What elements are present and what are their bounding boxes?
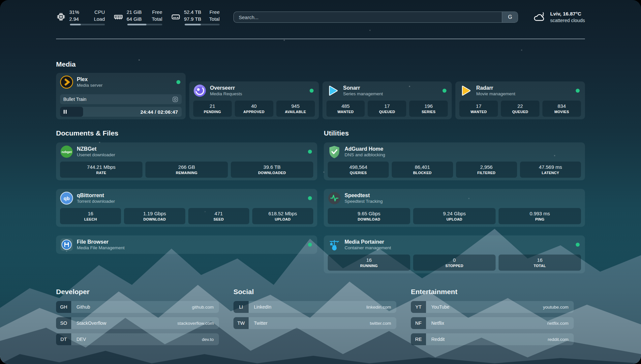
search-provider-button[interactable]: G (502, 12, 518, 22)
status-dot (443, 89, 446, 93)
bookmark-group-developer: Developer GH Githubgithub.com SO StackOv… (56, 288, 219, 349)
disk-progress-fill (185, 24, 201, 25)
speedtest-icon (328, 192, 341, 205)
service-subtitle: Speedtest Tracking (345, 199, 383, 204)
bookmark-youtube[interactable]: YT YouTubeyoutube.com (411, 301, 574, 313)
service-subtitle: DNS and adblocking (345, 152, 385, 158)
stat-block: 40APPROVED (235, 101, 273, 117)
bookmark-name: Netflix (431, 320, 444, 326)
service-name: AdGuard Home (345, 146, 385, 152)
status-dot (576, 89, 580, 93)
disk-icon (171, 12, 181, 22)
now-playing-title: Bullet Train (63, 97, 86, 102)
snow-specks (0, 0, 1, 1)
topbar-separator (56, 39, 585, 39)
weather-condition: scattered clouds (550, 17, 585, 23)
svg-text:qb: qb (64, 196, 70, 201)
stat-block: 16TOTAL (499, 255, 581, 271)
service-subtitle: Series management (343, 91, 383, 97)
service-subtitle: Media File Management (77, 245, 125, 251)
bookmark-dev[interactable]: DT DEVdev.to (56, 333, 219, 345)
stat-block: 16LEECH (60, 208, 121, 224)
bookmark-group-social: Social LI LinkedInlinkedin.com TW Twitte… (233, 288, 396, 349)
bookmark-name: Twitter (254, 320, 267, 326)
svg-text:nzbget: nzbget (62, 150, 72, 154)
stat-block: 16RUNNING (328, 255, 410, 271)
now-playing-row: Bullet Train (60, 94, 182, 104)
bookmark-reddit[interactable]: RE Redditreddit.com (411, 333, 574, 345)
service-name: Overseerr (210, 85, 242, 91)
adguard-card[interactable]: AdGuard Home DNS and adblocking 498,564Q… (324, 142, 585, 180)
qbittorrent-card[interactable]: qb qBittorrent Torrent downloader 16LEEC… (56, 189, 317, 227)
dashboard: 31% 2.94 CPU Load (0, 0, 641, 364)
stat-block: 9.24 GbpsUPLOAD (413, 208, 496, 224)
bookmark-name: LinkedIn (254, 304, 271, 310)
service-subtitle: Torrent downloader (77, 199, 115, 204)
bookmark-github[interactable]: GH Githubgithub.com (56, 301, 219, 313)
disk-labels: Free Total (206, 9, 220, 22)
bookmark-url: github.com (192, 305, 214, 310)
status-dot (576, 243, 580, 247)
bookmark-name: StackOverflow (76, 320, 106, 326)
cpu-values: 31% 2.94 (69, 9, 88, 22)
stat-block: 266 GBREMAINING (145, 162, 228, 178)
bookmark-abbr: LI (233, 301, 249, 313)
filebrowser-card[interactable]: File Browser Media File Management (56, 235, 317, 254)
cpu-progress-fill (70, 24, 81, 25)
status-dot (308, 243, 312, 247)
overseerr-icon (193, 84, 206, 97)
nzbget-card[interactable]: nzbget NZBGet Usenet downloader 744.21 M… (56, 142, 317, 180)
stat-block: 21PENDING (193, 101, 232, 117)
sonarr-card[interactable]: Sonarr Series management 485WANTED 17QUE… (322, 81, 452, 119)
section-heading-entertainment: Entertainment (411, 288, 574, 296)
bookmark-url: twitter.com (370, 321, 391, 326)
speedtest-card[interactable]: Speedtest Speedtest Tracking 9.65 GbpsDO… (324, 189, 585, 227)
service-name: Sonarr (343, 85, 383, 91)
stat-block: 834MOVIES (542, 101, 581, 117)
status-dot (308, 150, 312, 154)
stat-block: 17WANTED (459, 101, 498, 117)
memory-icon (113, 12, 123, 22)
cloud-icon (533, 12, 546, 23)
playback-time: 24:44 / 02:06:47 (140, 109, 178, 115)
service-subtitle: Container management (345, 245, 391, 251)
stat-block: 0.993 msPING (499, 208, 581, 224)
bookmark-stackoverflow[interactable]: SO StackOverflowstackoverflow.com (56, 317, 219, 329)
stat-block: 945AVAILABLE (276, 101, 315, 117)
search-input[interactable] (233, 12, 518, 23)
stat-block: 0STOPPED (413, 255, 496, 271)
service-subtitle: Media server (77, 83, 103, 88)
disk-values: 52.4 TB 97.9 TB (184, 9, 203, 22)
bookmark-twitter[interactable]: TW Twittertwitter.com (233, 317, 396, 329)
radarr-card[interactable]: Radarr Movie management 17WANTED 22QUEUE… (455, 81, 585, 119)
stat-block: 485WANTED (326, 101, 365, 117)
bookmark-linkedin[interactable]: LI LinkedInlinkedin.com (233, 301, 396, 313)
status-dot (310, 89, 314, 93)
service-subtitle: Usenet downloader (77, 152, 115, 158)
service-name: NZBGet (77, 146, 115, 152)
bookmark-url: netflix.com (547, 321, 568, 326)
service-name: File Browser (77, 239, 125, 245)
stat-block: 86,401BLOCKED (392, 162, 453, 178)
pause-icon (64, 110, 67, 114)
memory-progress-track (127, 24, 162, 25)
bookmark-name: DEV (76, 337, 86, 342)
overseerr-card[interactable]: Overseerr Media Requests 21PENDING 40APP… (189, 81, 319, 119)
bookmark-abbr: DT (56, 333, 71, 345)
bookmark-abbr: RE (411, 333, 426, 345)
stat-block: 471SEED (188, 208, 249, 224)
memory-labels: Free Total (149, 9, 162, 22)
plex-card[interactable]: Plex Media server Bullet Train (56, 73, 186, 119)
bookmark-netflix[interactable]: NF Netflixnetflix.com (411, 317, 574, 329)
section-heading-social: Social (233, 288, 396, 296)
video-icon (172, 96, 178, 103)
memory-values: 21 GiB 64 GiB (127, 9, 146, 22)
service-name: Plex (77, 76, 103, 83)
stat-block: 17QUEUED (368, 101, 406, 117)
bookmark-abbr: YT (411, 301, 426, 313)
portainer-card[interactable]: Media Portainer Container management 16R… (324, 235, 585, 273)
resource-widgets: 31% 2.94 CPU Load (56, 9, 220, 25)
weather-location-temp: Lviv, 16.87°C (550, 11, 585, 17)
disk-progress-track (185, 24, 220, 25)
bookmark-url: dev.to (202, 337, 214, 342)
